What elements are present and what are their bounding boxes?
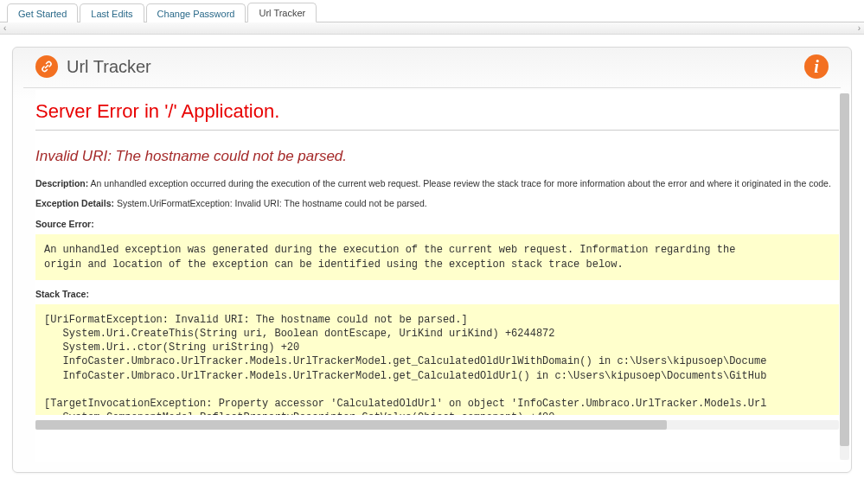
stack-trace-label: Stack Trace: [35, 289, 839, 299]
panel-body: Server Error in '/' Application. Invalid… [13, 88, 851, 472]
description-label: Description: [35, 178, 88, 188]
tabs-bar: Get Started Last Edits Change Password U… [0, 0, 864, 22]
stack-trace-box: [UriFormatException: Invalid URI: The ho… [35, 304, 839, 415]
vertical-scrollbar-thumb[interactable] [840, 93, 849, 446]
horizontal-scrollbar[interactable] [35, 420, 839, 430]
tab-scroll-right-icon[interactable]: › [858, 23, 861, 33]
exception-details-text: System.UriFormatException: Invalid URI: … [117, 198, 427, 208]
url-tracker-panel: Url Tracker i Server Error in '/' Applic… [12, 47, 852, 473]
panel-header: Url Tracker i [23, 48, 841, 88]
source-error-box: An unhandled exception was generated dur… [35, 234, 839, 279]
description-paragraph: Description: An unhandled exception occu… [35, 177, 839, 190]
tab-scroll-strip: ‹ › [0, 22, 864, 35]
panel-title: Url Tracker [67, 57, 804, 77]
info-icon[interactable]: i [804, 54, 829, 79]
server-error-heading: Server Error in '/' Application. [35, 100, 839, 131]
tab-scroll-left-icon[interactable]: ‹ [3, 23, 6, 33]
vertical-scrollbar[interactable] [840, 93, 849, 460]
error-message-heading: Invalid URI: The hostname could not be p… [35, 148, 839, 165]
error-page: Server Error in '/' Application. Invalid… [35, 90, 844, 462]
horizontal-scrollbar-thumb[interactable] [35, 420, 667, 430]
tab-get-started[interactable]: Get Started [7, 3, 78, 22]
tab-last-edits[interactable]: Last Edits [80, 3, 144, 22]
exception-details-paragraph: Exception Details: System.UriFormatExcep… [35, 197, 839, 210]
tab-change-password[interactable]: Change Password [146, 3, 246, 22]
description-text: An unhandled exception occurred during t… [91, 178, 831, 188]
link-icon [35, 55, 58, 78]
source-error-label: Source Error: [35, 219, 839, 229]
exception-details-label: Exception Details: [35, 198, 114, 208]
tab-url-tracker[interactable]: Url Tracker [247, 3, 317, 22]
